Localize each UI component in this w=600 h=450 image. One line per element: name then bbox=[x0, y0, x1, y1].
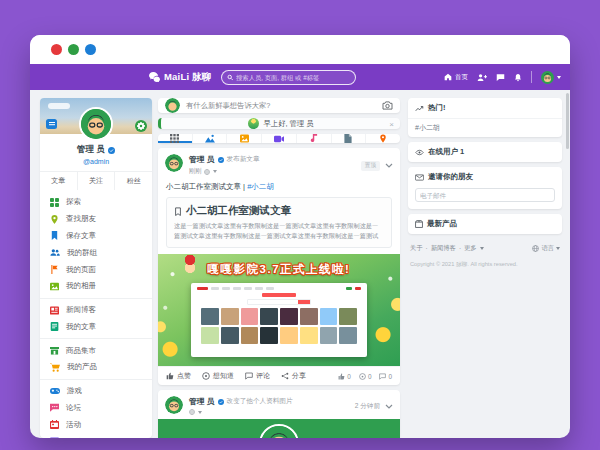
comment-count[interactable]: 0 bbox=[379, 373, 392, 380]
thumb-up-icon bbox=[338, 373, 345, 380]
add-friend-icon[interactable] bbox=[477, 73, 487, 82]
chevron-down-icon[interactable] bbox=[198, 411, 202, 414]
sidebar-item-label: 探索 bbox=[66, 197, 81, 207]
tab-all-posts[interactable] bbox=[158, 134, 192, 143]
like-count[interactable]: 0 bbox=[338, 373, 351, 380]
tab-photos[interactable] bbox=[192, 134, 227, 143]
language-label: 语言 bbox=[541, 244, 554, 253]
sidebar-item-forum[interactable]: 论坛 bbox=[40, 400, 152, 417]
sidebar-item-news-blog[interactable]: 新闻博客 bbox=[40, 302, 152, 319]
profile-cover-photo[interactable] bbox=[40, 98, 152, 134]
tab-files[interactable] bbox=[331, 134, 366, 143]
file-icon bbox=[344, 134, 352, 143]
sidebar-item-my-pages[interactable]: 我的页面 bbox=[40, 261, 152, 278]
forum-icon bbox=[50, 403, 59, 412]
profile-settings-button[interactable] bbox=[135, 120, 147, 132]
language-selector[interactable]: 语言 bbox=[532, 244, 560, 253]
trending-hashtag-link[interactable]: #小二胡 bbox=[408, 118, 562, 137]
more-link[interactable]: 更多 bbox=[464, 244, 477, 253]
nav-home-button[interactable]: 首页 bbox=[444, 73, 468, 82]
tab-music[interactable] bbox=[296, 134, 331, 143]
post-author-avatar[interactable] bbox=[165, 154, 183, 172]
screenshot-searchbar bbox=[247, 299, 311, 305]
verified-badge-icon bbox=[108, 147, 115, 154]
profile-name: 管理 员 bbox=[77, 144, 105, 156]
post-composer[interactable]: 有什么新鲜事想告诉大家? bbox=[158, 98, 400, 113]
post-timestamp: 2 分钟前 bbox=[355, 402, 380, 411]
post-hashtag-link[interactable]: #小二胡 bbox=[247, 182, 274, 191]
message-user-button[interactable] bbox=[46, 119, 57, 129]
article-preview-card[interactable]: 小二胡工作室测试文章 这是一篇测试文章这里有字数限制这是一篇测试文章这里有字数限… bbox=[166, 197, 392, 248]
location-pin-icon bbox=[379, 134, 387, 143]
website-screenshot bbox=[191, 283, 367, 357]
post-actions: 点赞 想知道 评论 分享 bbox=[158, 366, 400, 385]
profile-avatar[interactable] bbox=[79, 107, 113, 141]
article-title[interactable]: 小二胡工作室测试文章 bbox=[186, 204, 291, 218]
left-sidebar: 管理 员 @admin 文章 关注 粉丝 探索 查找朋友 bbox=[40, 98, 152, 438]
tab-articles[interactable]: 文章 bbox=[40, 172, 77, 190]
email-input[interactable] bbox=[420, 192, 550, 199]
share-button[interactable]: 分享 bbox=[281, 371, 306, 381]
sidebar-item-my-products[interactable]: 我的产品 bbox=[40, 359, 152, 376]
minimize-window-button[interactable] bbox=[68, 44, 79, 55]
post-author-name[interactable]: 管理 员 bbox=[189, 154, 215, 165]
sidebar-item-events[interactable]: 活动 bbox=[40, 416, 152, 433]
post-menu-chevron-icon[interactable] bbox=[385, 163, 393, 168]
sidebar-item-my-groups[interactable]: 我的群组 bbox=[40, 244, 152, 261]
tab-images[interactable] bbox=[226, 134, 261, 143]
wonder-count[interactable]: 0 bbox=[359, 373, 372, 380]
sidebar-item-my-articles[interactable]: 我的文章 bbox=[40, 318, 152, 335]
camera-icon[interactable] bbox=[382, 101, 393, 110]
about-link[interactable]: 关于 bbox=[410, 244, 423, 253]
greeting-text: 早上好, 管理 员 bbox=[264, 119, 314, 129]
trending-card: 热门! #小二胡 bbox=[408, 98, 562, 137]
profile-picture-image[interactable] bbox=[158, 419, 400, 438]
wonder-button[interactable]: 想知道 bbox=[202, 371, 234, 381]
tab-videos[interactable] bbox=[261, 134, 296, 143]
browser-window: MaiLi 脉聊 首页 bbox=[30, 35, 570, 438]
greeting-image bbox=[248, 118, 259, 129]
people-icon bbox=[50, 248, 60, 257]
composer-input[interactable]: 有什么新鲜事想告诉大家? bbox=[186, 101, 376, 111]
post-image[interactable]: 嘎嘎影院3.7正式上线啦! bbox=[158, 254, 400, 366]
post-counts: 0 0 0 bbox=[338, 373, 392, 380]
sidebar-item-marketplace[interactable]: 商品集市 bbox=[40, 342, 152, 359]
online-users-label[interactable]: 在线用户 1 bbox=[428, 147, 464, 157]
notifications-icon[interactable] bbox=[514, 73, 522, 82]
maximize-window-button[interactable] bbox=[85, 44, 96, 55]
like-button[interactable]: 点赞 bbox=[166, 371, 191, 381]
screenshot-logo bbox=[262, 293, 296, 297]
sidebar-item-find-friends[interactable]: 查找朋友 bbox=[40, 211, 152, 228]
sidebar-item-games[interactable]: 游戏 bbox=[40, 383, 152, 400]
invite-email-field[interactable] bbox=[415, 188, 555, 202]
bookmark-icon bbox=[50, 231, 59, 240]
share-label: 分享 bbox=[292, 371, 306, 381]
tab-location[interactable] bbox=[365, 134, 400, 143]
tab-followers[interactable]: 粉丝 bbox=[114, 172, 152, 190]
sidebar-item-label: 我的群组 bbox=[67, 248, 97, 258]
post-menu-chevron-icon[interactable] bbox=[385, 404, 393, 409]
composer-avatar bbox=[165, 98, 180, 113]
scrollbar[interactable] bbox=[566, 93, 569, 149]
chevron-down-icon[interactable] bbox=[213, 170, 217, 173]
tab-following[interactable]: 关注 bbox=[77, 172, 115, 190]
global-search[interactable] bbox=[221, 70, 356, 85]
news-link[interactable]: 新闻博客 bbox=[431, 244, 456, 253]
invite-friends-card: 邀请你的朋友 bbox=[408, 167, 562, 209]
messages-icon[interactable] bbox=[496, 73, 505, 82]
post-author-name[interactable]: 管理 员 bbox=[189, 396, 215, 407]
post-author-avatar[interactable] bbox=[165, 396, 183, 414]
comment-button[interactable]: 评论 bbox=[245, 371, 270, 381]
sidebar-item-explore[interactable]: 探索 bbox=[40, 194, 152, 211]
sidebar-item-label: 保存文章 bbox=[66, 231, 96, 241]
close-window-button[interactable] bbox=[51, 44, 62, 55]
search-input[interactable] bbox=[236, 74, 350, 81]
sidebar-item-my-albums[interactable]: 我的相册 bbox=[40, 278, 152, 295]
sidebar-item-movies[interactable]: 电影 bbox=[40, 433, 152, 438]
app-logo[interactable]: MaiLi 脉聊 bbox=[149, 71, 212, 84]
close-icon[interactable]: × bbox=[389, 121, 394, 129]
profile-menu-button[interactable] bbox=[541, 71, 561, 84]
new-profile-picture bbox=[259, 424, 299, 438]
profile-handle[interactable]: @admin bbox=[40, 158, 152, 165]
sidebar-item-saved-articles[interactable]: 保存文章 bbox=[40, 228, 152, 245]
